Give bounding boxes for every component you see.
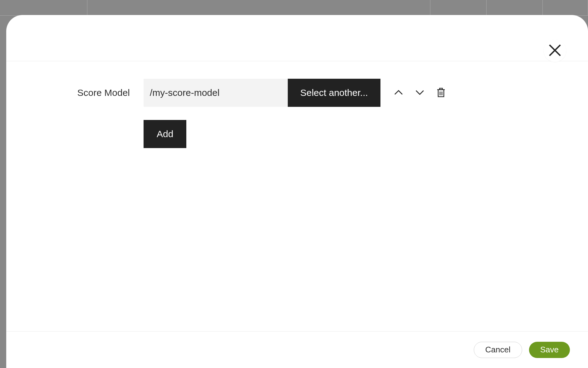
score-model-path-text: /my-score-model <box>150 87 219 98</box>
backdrop-cell <box>487 0 543 16</box>
chevron-up-icon <box>393 87 404 99</box>
move-down-button[interactable] <box>412 85 427 101</box>
score-model-label: Score Model <box>6 87 144 98</box>
move-up-button[interactable] <box>391 85 406 101</box>
close-icon <box>547 42 563 59</box>
score-model-row: Score Model /my-score-model Select anoth… <box>6 79 588 107</box>
modal-body: Score Model /my-score-model Select anoth… <box>6 61 588 331</box>
backdrop-cell <box>0 0 87 16</box>
backdrop-grid-row <box>0 0 588 16</box>
backdrop-cell <box>430 0 487 16</box>
backdrop-cell <box>543 0 588 16</box>
score-model-path-field[interactable]: /my-score-model <box>144 79 288 107</box>
save-button[interactable]: Save <box>529 342 570 358</box>
row-actions <box>391 85 448 101</box>
modal-footer: Cancel Save <box>6 331 588 368</box>
cancel-button[interactable]: Cancel <box>474 342 522 358</box>
close-button[interactable] <box>544 39 566 62</box>
select-another-button[interactable]: Select another... <box>288 79 380 107</box>
delete-button[interactable] <box>434 85 448 101</box>
chevron-down-icon <box>414 87 425 99</box>
modal-dialog: Score Model /my-score-model Select anoth… <box>6 15 588 368</box>
trash-icon <box>435 87 447 99</box>
add-button[interactable]: Add <box>144 120 186 148</box>
backdrop-cell <box>87 0 430 16</box>
modal-header <box>6 15 588 61</box>
